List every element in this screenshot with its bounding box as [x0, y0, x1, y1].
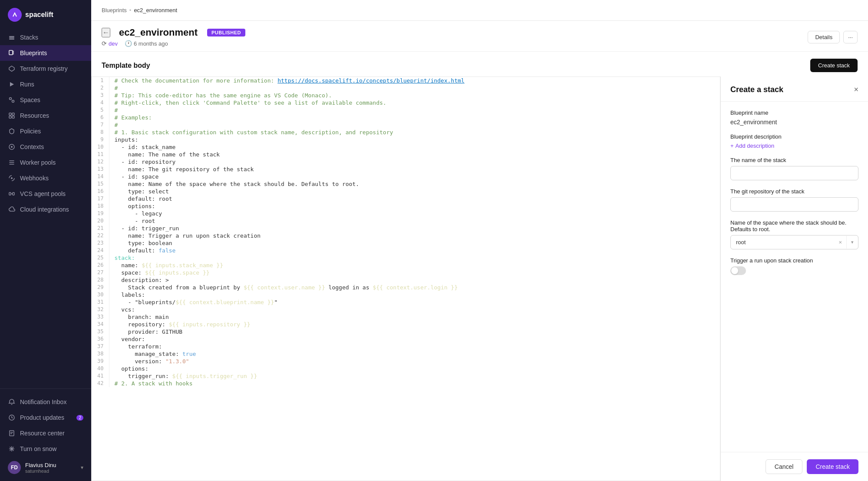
create-stack-button[interactable]: Create stack [807, 459, 858, 474]
line-code[interactable]: version: "1.3.0" [109, 358, 720, 365]
sidebar-item-stacks[interactable]: Stacks [0, 30, 91, 45]
line-code[interactable]: # Tip: This code-editor has the same eng… [109, 92, 720, 99]
chevron-down-icon[interactable]: ▾ [846, 236, 858, 249]
line-code[interactable]: name: The git repository of the stack [109, 166, 720, 173]
add-description-link[interactable]: + Add description [730, 143, 858, 149]
line-code[interactable]: name: Name of the space where the stack … [109, 180, 720, 188]
sidebar-item-runs[interactable]: Runs [0, 76, 91, 92]
sidebar-logo[interactable]: spacelift [0, 0, 91, 26]
line-number: 22 [92, 232, 109, 239]
table-row: 11 name: The name of the stack [92, 151, 720, 158]
table-row: 18 options: [92, 202, 720, 210]
sidebar-item-vcs-agent-pools[interactable]: VCS agent pools [0, 186, 91, 202]
line-code[interactable]: # Examples: [109, 114, 720, 121]
line-code[interactable]: name: The name of the stack [109, 151, 720, 158]
user-sub: saturnhead [25, 468, 76, 474]
line-code[interactable]: - id: space [109, 173, 720, 180]
line-code[interactable]: manage_state: true [109, 350, 720, 358]
sidebar-item-product-updates[interactable]: Product updates 2 [0, 410, 91, 425]
line-number: 7 [92, 121, 109, 129]
line-code[interactable]: - legacy [109, 210, 720, 217]
sidebar-item-spaces[interactable]: Spaces [0, 92, 91, 108]
line-code[interactable]: # [109, 84, 720, 92]
sidebar-bottom: Notification Inbox Product updates 2 Res… [0, 388, 91, 481]
back-button[interactable]: ← [102, 28, 110, 37]
table-row: 21 - id: trigger_run [92, 225, 720, 232]
code-editor[interactable]: 1# Check the documentation for more info… [91, 76, 720, 481]
sidebar-item-notification-inbox[interactable]: Notification Inbox [0, 394, 91, 410]
line-code[interactable]: type: boolean [109, 239, 720, 247]
stack-name-input[interactable] [730, 166, 858, 180]
sidebar-label-resources: Resources [20, 112, 49, 119]
meta-time-text: 6 months ago [134, 40, 168, 47]
trigger-toggle[interactable] [730, 266, 746, 275]
sidebar-item-resources[interactable]: Resources [0, 108, 91, 123]
line-code[interactable]: default: false [109, 247, 720, 254]
resource-center-icon [8, 429, 16, 437]
line-code[interactable]: - id: repository [109, 158, 720, 166]
cancel-button[interactable]: Cancel [766, 459, 803, 474]
line-code[interactable]: type: select [109, 188, 720, 195]
user-chevron-icon: ▾ [81, 464, 83, 471]
breadcrumb-parent[interactable]: Blueprints [102, 7, 127, 13]
line-code[interactable]: repository: ${{ inputs.repository }} [109, 321, 720, 328]
line-code[interactable]: - id: stack_name [109, 143, 720, 151]
logo-icon [8, 8, 22, 22]
svg-rect-12 [12, 116, 14, 118]
more-options-button[interactable]: ··· [843, 31, 858, 43]
cloud-icon [8, 206, 16, 213]
sidebar-item-contexts[interactable]: Contexts [0, 139, 91, 155]
sidebar-item-blueprints[interactable]: Blueprints [0, 45, 91, 61]
line-code[interactable]: # Check the documentation for more infor… [109, 77, 720, 84]
line-code[interactable]: default: root [109, 195, 720, 202]
line-code[interactable]: stack: [109, 254, 720, 262]
line-code[interactable]: # [109, 121, 720, 129]
line-code[interactable]: labels: [109, 291, 720, 299]
line-code[interactable]: terraform: [109, 343, 720, 350]
sidebar-item-webhooks[interactable]: Webhooks [0, 170, 91, 186]
line-code[interactable]: options: [109, 365, 720, 372]
line-code[interactable]: - root [109, 217, 720, 225]
spaces-icon [8, 96, 16, 104]
line-code[interactable]: branch: main [109, 313, 720, 321]
space-select[interactable]: root × ▾ [730, 235, 858, 249]
line-code[interactable]: # 1. Basic stack configuration with cust… [109, 129, 720, 136]
line-code[interactable]: description: > [109, 276, 720, 284]
line-code[interactable]: vendor: [109, 335, 720, 343]
sidebar-item-cloud-integrations[interactable]: Cloud integrations [0, 202, 91, 217]
git-repo-input[interactable] [730, 197, 858, 212]
line-code[interactable]: vcs: [109, 306, 720, 313]
sidebar-item-policies[interactable]: Policies [0, 123, 91, 139]
branch-link[interactable]: dev [109, 40, 118, 47]
line-code[interactable]: Stack created from a blueprint by ${{ co… [109, 284, 720, 291]
line-code[interactable]: trigger_run: ${{ inputs.trigger_run }} [109, 372, 720, 380]
user-section[interactable]: FD Flavius Dinu saturnhead ▾ [0, 457, 91, 478]
line-code[interactable]: # 2. A stack with hooks [109, 380, 720, 387]
line-code[interactable]: # Right-click, then click 'Command Palet… [109, 99, 720, 106]
line-code[interactable]: inputs: [109, 136, 720, 143]
line-code[interactable]: provider: GITHUB [109, 328, 720, 335]
line-code[interactable]: - id: trigger_run [109, 225, 720, 232]
table-row: 33 branch: main [92, 313, 720, 321]
create-stack-panel: Create a stack × Blueprint name ec2_envi… [720, 76, 868, 481]
space-label: Name of the space where the stack should… [730, 219, 858, 232]
blueprint-name-label: Blueprint name [730, 109, 858, 116]
line-code[interactable]: space: ${{ inputs.space }} [109, 269, 720, 276]
line-code[interactable]: name: Trigger a run upon stack creation [109, 232, 720, 239]
table-row: 35 provider: GITHUB [92, 328, 720, 335]
sidebar-item-resource-center[interactable]: Resource center [0, 425, 91, 441]
space-clear-icon[interactable]: × [834, 236, 846, 249]
line-code[interactable]: # [109, 106, 720, 114]
line-number: 29 [92, 284, 109, 291]
sidebar-item-turn-on-snow[interactable]: Turn on snow [0, 441, 91, 457]
sidebar-item-terraform[interactable]: Terraform registry [0, 61, 91, 76]
create-stack-top-button[interactable]: Create stack [810, 59, 858, 72]
details-button[interactable]: Details [808, 31, 840, 43]
template-title: Template body [102, 62, 150, 70]
doc-link[interactable]: https://docs.spacelift.io/concepts/bluep… [277, 77, 464, 84]
panel-close-button[interactable]: × [854, 85, 858, 94]
sidebar-item-worker-pools[interactable]: Worker pools [0, 155, 91, 170]
line-code[interactable]: options: [109, 202, 720, 210]
line-code[interactable]: - "blueprints/${{ context.blueprint.name… [109, 299, 720, 306]
line-code[interactable]: name: ${{ inputs.stack_name }} [109, 262, 720, 269]
